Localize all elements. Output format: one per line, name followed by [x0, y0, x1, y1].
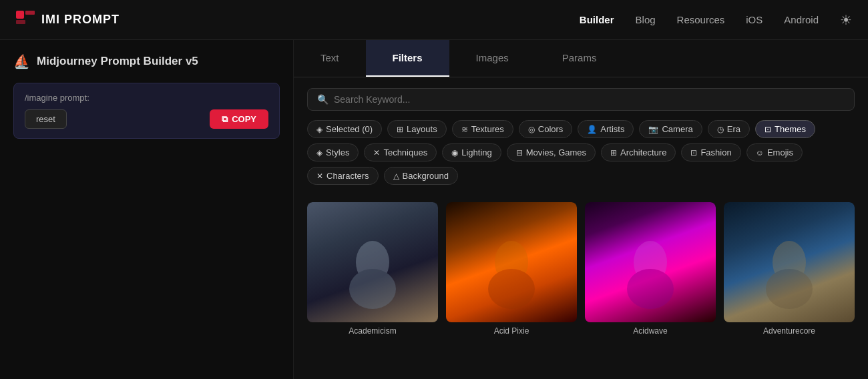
logo-icon — [16, 11, 35, 29]
tab-images[interactable]: Images — [449, 40, 535, 77]
chip-movies-games-label: Movies, Games — [526, 147, 586, 157]
reset-button[interactable]: reset — [25, 109, 67, 129]
chip-styles-label: Styles — [326, 147, 349, 157]
right-panel: Text Filters Images Params 🔍 ◈ Selected … — [294, 40, 868, 379]
sidebar-title: ⛵ Midjourney Prompt Builder v5 — [13, 53, 280, 69]
copy-icon: ⧉ — [222, 114, 228, 125]
image-card-adventurecore[interactable]: Adventurecore — [724, 202, 855, 368]
chip-emojis[interactable]: ☺ Emojis — [746, 143, 803, 161]
chip-colors-icon: ◎ — [528, 125, 535, 134]
chip-movies-games-icon: ⊟ — [516, 148, 523, 157]
image-label-acidwave: Acidwave — [585, 326, 716, 336]
chip-styles[interactable]: ◈ Styles — [307, 143, 359, 161]
chip-colors-label: Colors — [538, 124, 564, 134]
nav-blog[interactable]: Blog — [636, 14, 656, 25]
image-card-acidwave[interactable]: Acidwave — [585, 202, 716, 368]
chip-themes[interactable]: ⊡ Themes — [755, 120, 815, 138]
builder-icon: ⛵ — [13, 53, 30, 69]
chip-textures-label: Textures — [471, 124, 504, 134]
chip-themes-icon: ⊡ — [765, 125, 771, 134]
chip-selected-label: Selected (0) — [326, 124, 373, 134]
chip-layouts-label: Layouts — [407, 124, 437, 134]
chip-fashion[interactable]: ⊡ Fashion — [681, 143, 740, 161]
image-card-academicism[interactable]: Academicism — [307, 202, 438, 368]
svg-point-8 — [627, 269, 674, 309]
chip-techniques[interactable]: ✕ Techniques — [364, 143, 437, 161]
chip-background-label: Background — [403, 171, 449, 181]
search-input[interactable] — [334, 94, 845, 105]
prompt-label: /imagine prompt: — [25, 93, 268, 103]
svg-point-4 — [349, 269, 396, 309]
svg-rect-2 — [16, 20, 25, 24]
image-academicism — [307, 202, 438, 322]
nav-resources[interactable]: Resources — [677, 14, 725, 25]
tab-params[interactable]: Params — [535, 40, 624, 77]
chip-layouts-icon: ⊞ — [397, 125, 403, 134]
chip-lighting-icon: ◉ — [451, 148, 458, 157]
chip-layouts[interactable]: ⊞ Layouts — [387, 120, 447, 138]
logo-area: IMI PROMPT — [16, 11, 120, 29]
chip-lighting-label: Lighting — [461, 147, 492, 157]
copy-button[interactable]: ⧉ COPY — [210, 109, 268, 129]
nav-android[interactable]: Android — [784, 14, 819, 25]
tabs-bar: Text Filters Images Params — [294, 40, 868, 77]
chip-background[interactable]: △ Background — [384, 167, 458, 185]
chip-era[interactable]: ◷ Era — [708, 120, 750, 138]
chip-selected[interactable]: ◈ Selected (0) — [307, 120, 382, 138]
chip-colors[interactable]: ◎ Colors — [519, 120, 573, 138]
chip-techniques-icon: ✕ — [373, 148, 380, 157]
image-label-academicism: Academicism — [307, 326, 438, 336]
image-acidwave — [585, 202, 716, 322]
tab-filters[interactable]: Filters — [366, 40, 449, 77]
chip-textures[interactable]: ≋ Textures — [452, 120, 513, 138]
copy-label: COPY — [232, 114, 256, 124]
sidebar-title-text: Midjourney Prompt Builder v5 — [37, 55, 198, 68]
tab-text[interactable]: Text — [294, 40, 366, 77]
chip-era-label: Era — [727, 124, 740, 134]
search-bar[interactable]: 🔍 — [307, 88, 855, 111]
chip-textures-icon: ≋ — [461, 125, 468, 134]
nav-ios[interactable]: iOS — [746, 14, 763, 25]
chip-lighting[interactable]: ◉ Lighting — [442, 143, 501, 161]
chip-era-icon: ◷ — [717, 125, 724, 134]
chip-artists-icon: 👤 — [587, 125, 597, 134]
chip-architecture[interactable]: ⊞ Architecture — [601, 143, 676, 161]
image-label-adventurecore: Adventurecore — [724, 326, 855, 336]
main-nav: Builder Blog Resources iOS Android ☀ — [580, 12, 852, 28]
filter-area: 🔍 ◈ Selected (0) ⊞ Layouts ≋ Textures ◎ — [294, 77, 868, 192]
image-card-acid-pixie[interactable]: Acid Pixie — [446, 202, 577, 368]
logo-text: IMI PROMPT — [41, 13, 120, 27]
chip-background-icon: △ — [393, 171, 399, 181]
chip-movies-games[interactable]: ⊟ Movies, Games — [507, 143, 596, 161]
chip-architecture-label: Architecture — [620, 147, 666, 157]
chip-fashion-label: Fashion — [700, 147, 731, 157]
svg-rect-0 — [16, 11, 24, 19]
chip-characters[interactable]: ✕ Characters — [307, 167, 379, 185]
header: IMI PROMPT Builder Blog Resources iOS An… — [0, 0, 868, 40]
chip-themes-label: Themes — [775, 124, 806, 134]
chip-selected-icon: ◈ — [316, 125, 322, 134]
chip-artists-label: Artists — [600, 124, 624, 134]
theme-toggle-icon[interactable]: ☀ — [840, 12, 852, 28]
filter-chips: ◈ Selected (0) ⊞ Layouts ≋ Textures ◎ Co… — [307, 120, 855, 185]
sidebar: ⛵ Midjourney Prompt Builder v5 /imagine … — [0, 40, 294, 379]
image-grid: Academicism Acid Pixie A — [294, 192, 868, 379]
chip-artists[interactable]: 👤 Artists — [578, 120, 634, 138]
main-layout: ⛵ Midjourney Prompt Builder v5 /imagine … — [0, 40, 868, 379]
image-acid-pixie — [446, 202, 577, 322]
chip-emojis-icon: ☺ — [756, 148, 764, 157]
chip-styles-icon: ◈ — [316, 148, 322, 157]
svg-point-10 — [766, 269, 813, 309]
chip-camera-label: Camera — [662, 124, 692, 134]
chip-techniques-label: Techniques — [383, 147, 427, 157]
chip-camera[interactable]: 📷 Camera — [639, 120, 702, 138]
chip-emojis-label: Emojis — [767, 147, 793, 157]
image-adventurecore — [724, 202, 855, 322]
chip-architecture-icon: ⊞ — [610, 148, 617, 157]
chip-camera-icon: 📷 — [648, 125, 658, 134]
image-label-acid-pixie: Acid Pixie — [446, 326, 577, 336]
prompt-box: /imagine prompt: reset ⧉ COPY — [13, 83, 280, 139]
chip-characters-icon: ✕ — [316, 171, 323, 181]
nav-builder[interactable]: Builder — [580, 14, 614, 25]
chip-characters-label: Characters — [327, 171, 369, 181]
